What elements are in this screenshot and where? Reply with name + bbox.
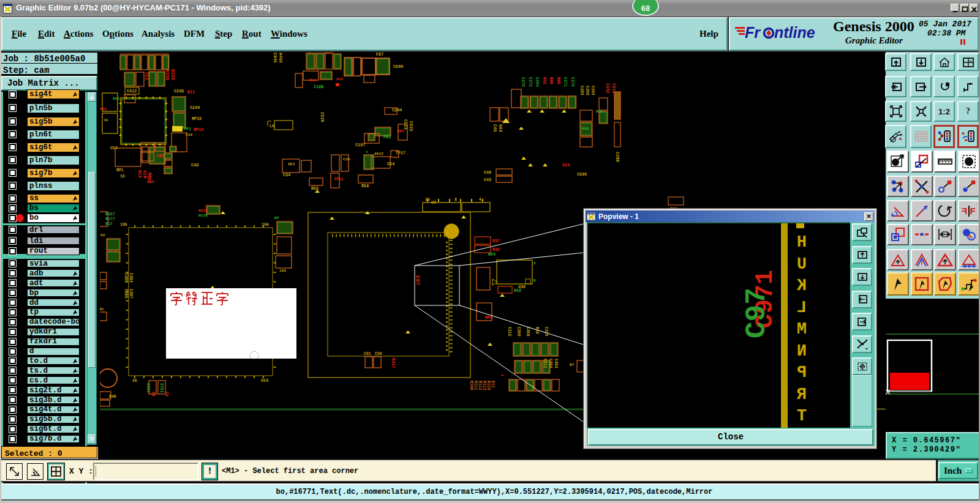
- svg-text:+: +: [366, 150, 368, 155]
- svg-text:RT1: RT1: [187, 90, 195, 95]
- svg-text:B: B: [533, 278, 536, 283]
- svg-text:C282: C282: [605, 83, 610, 94]
- svg-text:C329: C329: [544, 327, 548, 337]
- svg-text:R235: R235: [198, 209, 208, 213]
- svg-text:R88: R88: [582, 127, 589, 131]
- svg-text:C97: C97: [741, 288, 773, 338]
- svg-text:C215: C215: [507, 327, 511, 337]
- svg-text:C271: C271: [563, 77, 567, 87]
- svg-text:C211: C211: [543, 359, 547, 368]
- svg-text:U18: U18: [336, 77, 343, 81]
- svg-text:R19: R19: [137, 170, 142, 178]
- svg-text:C44: C44: [147, 180, 154, 184]
- svg-text:R112: R112: [478, 381, 482, 390]
- svg-text:C43: C43: [484, 177, 491, 182]
- svg-text:U2: U2: [100, 233, 105, 237]
- svg-text:L6: L6: [270, 124, 274, 129]
- svg-text:C363: C363: [146, 383, 150, 393]
- svg-text:RP8: RP8: [485, 315, 492, 320]
- svg-text:C269: C269: [590, 86, 595, 95]
- svg-text:U15: U15: [261, 378, 268, 383]
- svg-text:C484: C484: [548, 359, 552, 368]
- svg-text:C289: C289: [579, 86, 584, 95]
- svg-text:C385: C385: [124, 289, 128, 299]
- svg-text:R113: R113: [482, 381, 486, 390]
- svg-text:R37: R37: [492, 239, 500, 244]
- svg-text:R177: R177: [105, 217, 115, 222]
- svg-text:C506: C506: [577, 172, 587, 177]
- svg-text:R58: R58: [361, 184, 369, 188]
- svg-text:RP9: RP9: [488, 252, 496, 257]
- svg-text:R317: R317: [391, 358, 396, 368]
- svg-text:C39: C39: [343, 157, 350, 162]
- svg-text:F87: F87: [376, 52, 383, 57]
- svg-text:S: S: [533, 261, 536, 266]
- svg-text:U: U: [797, 255, 807, 274]
- svg-text:K11: K11: [491, 381, 495, 388]
- svg-text:C358: C358: [526, 327, 530, 337]
- svg-text:R17: R17: [105, 222, 113, 226]
- svg-text:R86: R86: [556, 77, 560, 84]
- svg-text:C204: C204: [392, 108, 402, 113]
- svg-text:C60: C60: [375, 352, 382, 356]
- svg-text:R: R: [796, 386, 807, 404]
- svg-text:R92: R92: [542, 77, 546, 84]
- svg-text:R63: R63: [113, 97, 119, 101]
- svg-text:C509: C509: [393, 64, 403, 69]
- svg-text:R88: R88: [549, 77, 553, 84]
- svg-text:105: 105: [120, 223, 127, 227]
- svg-text:C483: C483: [554, 359, 558, 368]
- svg-text:xy: xy: [969, 59, 973, 62]
- svg-text:P: P: [797, 363, 807, 382]
- svg-text:C412: C412: [127, 89, 137, 94]
- svg-text:R36: R36: [492, 247, 500, 252]
- svg-text:TP11: TP11: [334, 177, 344, 182]
- svg-text:C10: C10: [186, 133, 192, 137]
- svg-text:18A: 18A: [279, 269, 286, 273]
- svg-text:ST63: ST63: [159, 383, 164, 393]
- svg-text:C54: C54: [387, 162, 394, 166]
- svg-text:R236: R236: [198, 214, 208, 218]
- svg-text:C52: C52: [144, 72, 149, 80]
- svg-text:C300: C300: [516, 327, 521, 337]
- svg-text:R10: R10: [309, 78, 316, 83]
- svg-text:PB3: PB3: [100, 107, 107, 111]
- svg-text:C522: C522: [409, 121, 413, 132]
- svg-text:K: K: [796, 277, 807, 295]
- svg-text:9012: 9012: [374, 152, 383, 156]
- svg-text:C288: C288: [615, 152, 620, 162]
- svg-text:C387: C387: [129, 289, 133, 299]
- svg-text:C244: C244: [190, 105, 200, 110]
- svg-text:C386: C386: [124, 273, 128, 283]
- svg-text:R111: R111: [473, 381, 478, 390]
- svg-text:16: 16: [425, 198, 430, 202]
- svg-text:C100: C100: [325, 52, 334, 54]
- svg-text:8L: 8L: [104, 118, 109, 122]
- svg-text:C9: C9: [151, 392, 155, 397]
- svg-text:C290: C290: [585, 86, 589, 95]
- svg-text:C48: C48: [191, 163, 198, 168]
- svg-text:C61: C61: [364, 352, 371, 356]
- svg-text:BIOS: BIOS: [165, 69, 170, 81]
- svg-text:35: 35: [132, 379, 137, 383]
- svg-text:C48: C48: [484, 170, 491, 175]
- svg-text:SA3: SA3: [498, 124, 503, 132]
- svg-text:C18B: C18B: [314, 84, 323, 89]
- svg-text:R7: R7: [570, 363, 575, 367]
- svg-text:R1: R1: [99, 307, 104, 311]
- svg-text:8: 8: [454, 198, 457, 202]
- svg-text:C845: C845: [273, 53, 277, 63]
- svg-text:PP1: PP1: [184, 127, 191, 132]
- svg-text:C45: C45: [492, 124, 497, 132]
- svg-text:C272: C272: [528, 77, 532, 87]
- svg-text:+: +: [501, 373, 503, 378]
- svg-text:C187: C187: [355, 143, 365, 147]
- svg-text:RP14: RP14: [194, 127, 203, 132]
- svg-text:R110: R110: [486, 381, 491, 390]
- svg-text:RPL: RPL: [116, 168, 124, 173]
- svg-text:C245: C245: [174, 89, 184, 94]
- svg-text:A466: A466: [278, 53, 283, 63]
- svg-text:M: M: [797, 320, 807, 338]
- svg-text:16A: 16A: [262, 223, 269, 227]
- svg-text:R108: R108: [469, 381, 473, 390]
